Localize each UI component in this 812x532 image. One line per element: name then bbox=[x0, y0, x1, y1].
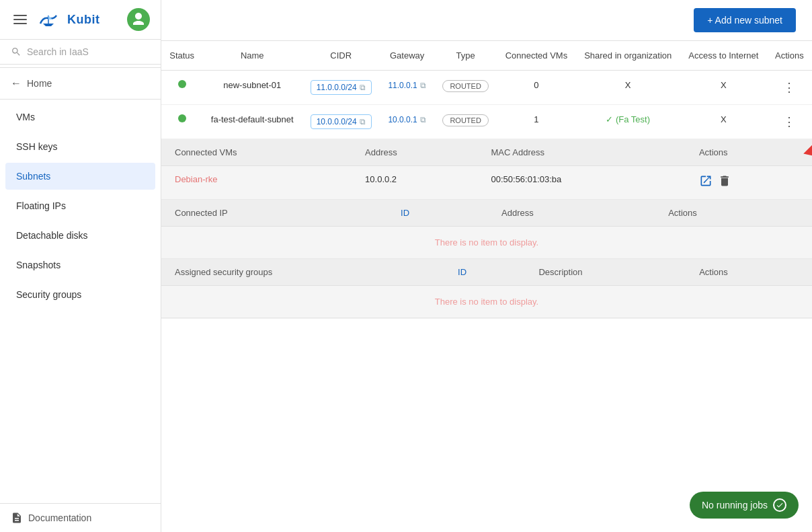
col-shared-org: Shared in organization bbox=[576, 41, 680, 71]
connected-ip-subtable: Connected IP ID Address Actions There is… bbox=[161, 200, 812, 259]
sub-col-description: Description bbox=[525, 259, 686, 286]
no-item-message2: There is no item to display. bbox=[161, 286, 812, 318]
avatar[interactable] bbox=[127, 8, 150, 31]
row2-shared-org: ✓ (Fa Test) bbox=[576, 105, 680, 139]
sidebar-item-ssh-keys[interactable]: SSH keys bbox=[5, 133, 155, 160]
documentation-label: Documentation bbox=[28, 512, 91, 523]
copy-gw-icon[interactable]: ⧉ bbox=[420, 81, 426, 90]
sidebar-item-security-groups[interactable]: Security groups bbox=[5, 281, 155, 308]
row1-type: ROUTED bbox=[434, 71, 497, 105]
search-bar[interactable]: Search in IaaS bbox=[0, 40, 161, 65]
vm-name-cell: Debian-rke bbox=[161, 166, 352, 200]
search-placeholder: Search in IaaS bbox=[27, 46, 89, 57]
col-gateway: Gateway bbox=[380, 41, 434, 71]
row2-access-internet: X bbox=[680, 105, 767, 139]
sub-col-address: Address bbox=[352, 139, 477, 166]
row2-actions: ⋮ bbox=[767, 105, 812, 139]
copy-cidr-icon[interactable]: ⧉ bbox=[360, 83, 366, 92]
search-icon bbox=[11, 46, 22, 57]
sidebar-item-vms-label: VMs bbox=[16, 112, 35, 122]
row2-cidr: 10.0.0.0/24 ⧉ bbox=[302, 105, 380, 139]
row1-shared-org: X bbox=[576, 71, 680, 105]
sidebar-item-subnets-label: Subnets bbox=[16, 171, 50, 182]
back-arrow-icon: ← bbox=[11, 77, 22, 89]
row2-name: fa-test-default-subnet bbox=[202, 105, 302, 139]
sidebar-item-detachable-disks[interactable]: Detachable disks bbox=[5, 222, 155, 249]
expanded-panel-cell: Connected VMs Address MAC Address Action… bbox=[161, 139, 812, 319]
status-bar: No running jobs bbox=[690, 492, 799, 519]
sidebar-item-snapshots-label: Snapshots bbox=[16, 260, 60, 270]
row1-status bbox=[161, 71, 202, 105]
connected-vms-subtable: Connected VMs Address MAC Address Action… bbox=[161, 139, 812, 200]
sub-col-mac: MAC Address bbox=[478, 139, 686, 166]
table-row: fa-test-default-subnet 10.0.0.0/24 ⧉ 10.… bbox=[161, 105, 812, 139]
row1-gateway: 11.0.0.1 ⧉ bbox=[380, 71, 434, 105]
app-name: Kubit bbox=[67, 13, 99, 27]
sidebar-footer-documentation[interactable]: Documentation bbox=[0, 503, 161, 532]
sidebar-item-security-groups-label: Security groups bbox=[16, 289, 81, 300]
main-content: + Add new subnet Status Name CIDR Gatewa… bbox=[161, 0, 812, 532]
row1-access-internet: X bbox=[680, 71, 767, 105]
col-type: Type bbox=[434, 41, 497, 71]
hamburger-menu-icon[interactable] bbox=[11, 12, 30, 27]
no-running-jobs-label: No running jobs bbox=[702, 500, 768, 510]
vm-name-link[interactable]: Debian-rke bbox=[175, 174, 218, 184]
sidebar-item-vms[interactable]: VMs bbox=[5, 104, 155, 130]
cidr-badge: 11.0.0.0/24 ⧉ bbox=[311, 80, 372, 95]
nav-home[interactable]: ← Home bbox=[0, 71, 161, 96]
row1-more-actions-icon[interactable]: ⋮ bbox=[775, 80, 804, 95]
assigned-sg-subtable: Assigned security groups ID Description … bbox=[161, 259, 812, 318]
kubit-logo-icon bbox=[38, 11, 59, 28]
sidebar-header: Kubit bbox=[0, 0, 161, 40]
vm-mac-cell: 00:50:56:01:03:ba bbox=[478, 166, 686, 200]
col-cidr: CIDR bbox=[302, 41, 380, 71]
sidebar-item-detachable-disks-label: Detachable disks bbox=[16, 230, 88, 241]
sidebar-item-floating-ips[interactable]: Floating IPs bbox=[5, 192, 155, 219]
sub-col-connected-vms: Connected VMs bbox=[161, 139, 352, 166]
no-item-message: There is no item to display. bbox=[161, 227, 812, 259]
copy-gw-icon[interactable]: ⧉ bbox=[420, 115, 426, 124]
sub-col-assigned-sg: Assigned security groups bbox=[161, 259, 444, 286]
add-subnet-button[interactable]: + Add new subnet bbox=[694, 8, 796, 32]
row1-cidr: 11.0.0.0/24 ⧉ bbox=[302, 71, 380, 105]
document-icon bbox=[11, 512, 23, 524]
sidebar: Kubit Search in IaaS ← Home VMs SSH keys… bbox=[0, 0, 161, 532]
home-label: Home bbox=[27, 78, 52, 89]
col-access-internet: Access to Internet bbox=[680, 41, 767, 71]
delete-vm-icon[interactable] bbox=[718, 174, 731, 191]
vm-actions-container bbox=[699, 174, 799, 191]
sub-col-actions: Actions bbox=[686, 139, 812, 166]
sub-col-actions2: Actions bbox=[655, 200, 812, 227]
copy-cidr-icon[interactable]: ⧉ bbox=[360, 117, 366, 126]
open-vm-icon[interactable] bbox=[699, 174, 713, 191]
sidebar-item-subnets[interactable]: Subnets bbox=[5, 163, 155, 190]
red-arrow-icon bbox=[795, 135, 812, 169]
col-connected-vms: Connected VMs bbox=[497, 41, 575, 71]
sidebar-item-snapshots[interactable]: Snapshots bbox=[5, 252, 155, 278]
list-item: There is no item to display. bbox=[161, 286, 812, 318]
sub-col-actions3: Actions bbox=[686, 259, 812, 286]
subnet-table: Status Name CIDR Gateway Type Connected … bbox=[161, 41, 812, 319]
list-item: Debian-rke 10.0.0.2 00:50:56:01:03:ba bbox=[161, 166, 812, 200]
content-area: Status Name CIDR Gateway Type Connected … bbox=[161, 41, 812, 532]
check-circle-icon bbox=[773, 498, 786, 512]
row2-status bbox=[161, 105, 202, 139]
row2-more-actions-icon[interactable]: ⋮ bbox=[775, 114, 804, 129]
gateway-badge: 10.0.0.1 ⧉ bbox=[388, 115, 425, 124]
expanded-panel-row: Connected VMs Address MAC Address Action… bbox=[161, 139, 812, 319]
status-dot-active bbox=[178, 80, 186, 88]
table-row: new-subnet-01 11.0.0.0/24 ⧉ 11.0.0.1 ⧉ bbox=[161, 71, 812, 105]
row1-name: new-subnet-01 bbox=[202, 71, 302, 105]
type-badge: ROUTED bbox=[442, 80, 488, 92]
col-name: Name bbox=[202, 41, 302, 71]
sub-col-address2: Address bbox=[488, 200, 655, 227]
col-status: Status bbox=[161, 41, 202, 71]
sidebar-item-floating-ips-label: Floating IPs bbox=[16, 200, 66, 211]
row1-actions: ⋮ bbox=[767, 71, 812, 105]
col-actions: Actions bbox=[767, 41, 812, 71]
no-running-jobs-badge[interactable]: No running jobs bbox=[690, 492, 799, 519]
top-bar: + Add new subnet bbox=[161, 0, 812, 41]
sub-col-id: ID bbox=[387, 200, 488, 227]
sidebar-item-ssh-keys-label: SSH keys bbox=[16, 141, 57, 152]
vm-address-cell: 10.0.0.2 bbox=[352, 166, 477, 200]
